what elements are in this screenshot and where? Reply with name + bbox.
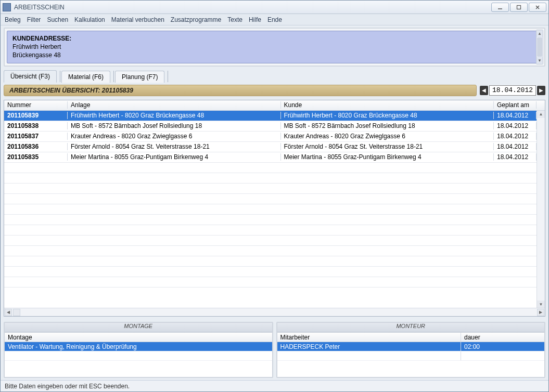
grid-vscrollbar[interactable]: ▲ ▼ [537, 111, 545, 308]
monteur-cell-dauer: 02:00 [461, 342, 544, 351]
table-row[interactable] [4, 225, 537, 236]
cell-nummer: 201105838 [4, 122, 68, 129]
monteur-panel: MONTEUR Mitarbeiter dauer HADERSPECK Pet… [276, 322, 546, 378]
table-row[interactable]: 201105837Krauter Andreas - 8020 Graz Zwi… [4, 132, 537, 142]
table-row[interactable] [4, 246, 537, 256]
cell-nummer: 201105836 [4, 143, 68, 150]
scroll-up-icon[interactable]: ▲ [537, 111, 545, 118]
app-window: ARBEITSSCHEIN Beleg Filter Suchen Kalkul… [0, 0, 549, 392]
tabs: Übersicht (F3) Material (F6) Planung (F7… [4, 70, 545, 82]
scroll-up-icon[interactable]: ▲ [537, 30, 543, 37]
monteur-row[interactable]: HADERSPECK Peter 02:00 [277, 342, 545, 351]
minimize-button[interactable] [491, 3, 509, 12]
cell-geplant: 18.04.2012 [494, 143, 537, 150]
overview-grid: Nummer Anlage Kunde Geplant am 201105839… [4, 100, 545, 317]
table-row[interactable] [4, 267, 537, 277]
col-header-nummer[interactable]: Nummer [4, 101, 68, 109]
tab-divider [60, 71, 60, 82]
table-row[interactable] [4, 173, 537, 184]
table-row[interactable] [4, 194, 537, 204]
table-row[interactable] [4, 184, 537, 194]
col-header-geplant[interactable]: Geplant am [494, 101, 537, 109]
menu-zusatzprogramme[interactable]: Zusatzprogramme [171, 16, 221, 23]
montage-cell: Ventilator - Wartung, Reinigung & Überpr… [5, 342, 272, 351]
tab-divider [168, 71, 168, 82]
montage-row-empty[interactable] [5, 351, 272, 361]
address-box: KUNDENADRESSE: Frühwirth Herbert Brücken… [7, 31, 542, 63]
table-row[interactable] [4, 236, 537, 246]
svg-rect-1 [517, 5, 521, 9]
grid-header: Nummer Anlage Kunde Geplant am [4, 100, 545, 111]
hscroll-thumb[interactable] [13, 309, 20, 316]
scroll-down-icon[interactable]: ▼ [537, 57, 543, 64]
table-row[interactable]: 201105839Frühwirth Herbert - 8020 Graz B… [4, 111, 537, 121]
grid-hscrollbar[interactable]: ◀ ▶ [4, 308, 545, 316]
montage-panel: MONTAGE Montage Ventilator - Wartung, Re… [4, 322, 273, 378]
montage-row[interactable]: Ventilator - Wartung, Reinigung & Überpr… [5, 342, 272, 351]
table-row[interactable]: 201105838MB Soft - 8572 Bärnbach Josef R… [4, 121, 537, 132]
scroll-left-icon[interactable]: ◀ [5, 309, 12, 316]
menu-texte[interactable]: Texte [227, 16, 242, 23]
maximize-button[interactable] [510, 3, 528, 12]
menu-hilfe[interactable]: Hilfe [249, 16, 261, 23]
monteur-row-empty[interactable] [277, 351, 545, 361]
statusbar: Bitte Daten eingeben oder mit ESC beende… [1, 380, 548, 391]
menu-filter[interactable]: Filter [27, 16, 41, 23]
col-header-anlage[interactable]: Anlage [68, 101, 281, 109]
table-row[interactable]: 201105836Förster Arnold - 8054 Graz St. … [4, 142, 537, 152]
col-header-kunde[interactable]: Kunde [281, 101, 494, 109]
menu-kalkulation[interactable]: Kalkulation [74, 16, 105, 23]
date-prev-button[interactable]: ◀ [480, 86, 488, 95]
col-header-montage[interactable]: Montage [5, 333, 272, 342]
table-row[interactable]: 201105835Meier Martina - 8055 Graz-Punti… [4, 152, 537, 163]
address-panel: KUNDENADRESSE: Frühwirth Herbert Brücken… [4, 28, 545, 67]
scroll-right-icon[interactable]: ▶ [537, 309, 544, 316]
menu-beleg[interactable]: Beleg [5, 16, 21, 23]
table-row[interactable] [4, 277, 537, 288]
scroll-down-icon[interactable]: ▼ [537, 300, 545, 308]
chevron-right-icon: ▶ [539, 87, 543, 93]
cell-anlage: Frühwirth Herbert - 8020 Graz Brückengas… [68, 112, 281, 119]
overview-header: ARBEITSSCHEIN ÜBERSICHT: 201105839 ◀ 18.… [4, 84, 545, 97]
tab-uebersicht[interactable]: Übersicht (F3) [4, 70, 57, 83]
cell-kunde: Meier Martina - 8055 Graz-Puntigam Birke… [281, 153, 494, 161]
menubar: Beleg Filter Suchen Kalkulation Material… [1, 14, 548, 25]
minimize-icon [497, 5, 503, 10]
menu-material-verbuchen[interactable]: Material verbuchen [111, 16, 164, 23]
table-row[interactable] [4, 256, 537, 267]
cell-nummer: 201105837 [4, 133, 68, 140]
cell-geplant: 18.04.2012 [494, 153, 537, 161]
col-header-dauer[interactable]: dauer [461, 333, 544, 342]
menu-ende[interactable]: Ende [267, 16, 282, 23]
table-row[interactable] [4, 215, 537, 225]
cell-nummer: 201105835 [4, 153, 68, 161]
cell-kunde: Förster Arnold - 8054 Graz St. Veiterstr… [281, 143, 494, 150]
address-scrollbar[interactable]: ▲ ▼ [536, 30, 543, 64]
montage-header: Montage [5, 333, 272, 342]
tab-divider [113, 71, 114, 82]
tab-material[interactable]: Material (F6) [61, 71, 110, 83]
cell-geplant: 18.04.2012 [494, 112, 537, 119]
titlebar: ARBEITSSCHEIN [1, 1, 548, 14]
date-field[interactable]: 18.04.2012 [489, 85, 536, 96]
tab-planung[interactable]: Planung (F7) [115, 71, 164, 83]
address-heading: KUNDENADRESSE: [12, 34, 537, 43]
address-line2: Brückengasse 48 [12, 51, 537, 59]
scroll-thumb[interactable] [537, 37, 542, 57]
cell-nummer: 201105839 [4, 112, 68, 119]
table-row[interactable] [4, 204, 537, 215]
col-header-mitarbeiter[interactable]: Mitarbeiter [277, 333, 462, 342]
app-icon [3, 3, 11, 11]
bottom-panels: MONTAGE Montage Ventilator - Wartung, Re… [4, 322, 545, 378]
scroll-track[interactable] [537, 118, 545, 300]
close-button[interactable] [529, 3, 546, 12]
overview-title: ARBEITSSCHEIN ÜBERSICHT: 201105839 [4, 85, 477, 96]
monteur-header: Mitarbeiter dauer [277, 333, 545, 342]
window-controls [491, 3, 546, 12]
table-row[interactable] [4, 163, 537, 173]
address-line1: Frühwirth Herbert [12, 43, 537, 51]
menu-suchen[interactable]: Suchen [47, 16, 68, 23]
date-next-button[interactable]: ▶ [537, 86, 545, 95]
monteur-cell-mitarbeiter: HADERSPECK Peter [277, 342, 462, 351]
cell-anlage: Förster Arnold - 8054 Graz St. Veiterstr… [68, 143, 281, 150]
